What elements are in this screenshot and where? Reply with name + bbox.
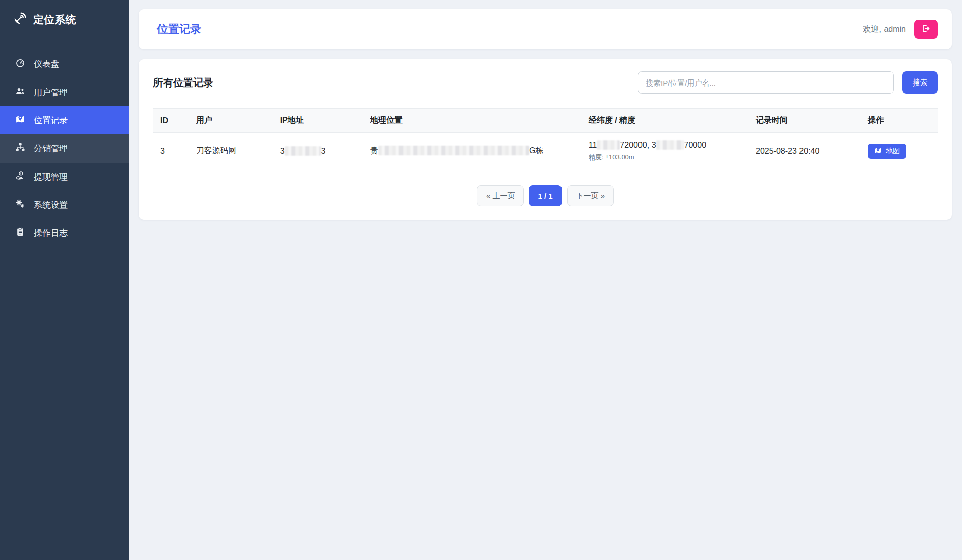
sidebar: 定位系统 仪表盘 bbox=[0, 0, 129, 560]
coords-part: 70000 bbox=[684, 141, 707, 149]
ip-suffix: 3 bbox=[321, 147, 326, 155]
coords-part: 720000, 3 bbox=[620, 141, 656, 149]
cell-ip: 33 bbox=[273, 133, 363, 170]
cell-time: 2025-08-23 20:40 bbox=[749, 133, 861, 170]
records-panel: 所有位置记录 搜索 ID 用户 IP地址 地理位置 bbox=[139, 59, 952, 220]
app-logo: 定位系统 bbox=[0, 0, 129, 39]
topbar-right: 欢迎, admin bbox=[863, 20, 938, 39]
table-row: 3 刀客源码网 33 贵G栋 11720000, 370000 精度: bbox=[153, 133, 938, 170]
cell-user: 刀客源码网 bbox=[189, 133, 273, 170]
prev-page-button[interactable]: « 上一页 bbox=[477, 185, 524, 206]
sidebar-item-withdrawals[interactable]: 提现管理 bbox=[0, 163, 129, 191]
column-header-ip: IP地址 bbox=[273, 109, 363, 133]
sidebar-item-dashboard[interactable]: 仪表盘 bbox=[0, 50, 129, 78]
sidebar-item-label: 系统设置 bbox=[34, 199, 68, 211]
column-header-coords: 经纬度 / 精度 bbox=[582, 109, 749, 133]
search-button[interactable]: 搜索 bbox=[902, 71, 938, 94]
next-page-button[interactable]: 下一页 » bbox=[567, 185, 614, 206]
logout-button[interactable] bbox=[914, 20, 938, 39]
coords-part: 11 bbox=[589, 141, 597, 149]
cell-id: 3 bbox=[153, 133, 189, 170]
pagination: « 上一页 1 / 1 下一页 » bbox=[153, 185, 938, 206]
sidebar-item-label: 分销管理 bbox=[34, 143, 68, 154]
search-input[interactable] bbox=[638, 71, 894, 94]
location-suffix: G栋 bbox=[529, 146, 543, 155]
column-header-time: 记录时间 bbox=[749, 109, 861, 133]
table-body: 3 刀客源码网 33 贵G栋 11720000, 370000 精度: bbox=[153, 133, 938, 170]
map-button-label: 地图 bbox=[886, 147, 900, 156]
table-head: ID 用户 IP地址 地理位置 经纬度 / 精度 记录时间 操作 bbox=[153, 109, 938, 133]
panel-title: 所有位置记录 bbox=[153, 76, 213, 90]
sidebar-item-label: 提现管理 bbox=[34, 171, 68, 183]
welcome-text: 欢迎, admin bbox=[863, 24, 906, 35]
search-form: 搜索 bbox=[638, 71, 938, 94]
topbar: 位置记录 欢迎, admin bbox=[139, 9, 952, 49]
sidebar-item-label: 用户管理 bbox=[34, 87, 68, 98]
hand-dollar-icon bbox=[15, 171, 25, 183]
accuracy-text: 精度: ±103.00m bbox=[589, 153, 742, 162]
column-header-location: 地理位置 bbox=[363, 109, 582, 133]
coords-line: 11720000, 370000 bbox=[589, 140, 742, 150]
redacted-block bbox=[656, 140, 684, 150]
main-content: 位置记录 欢迎, admin 所有位置记录 bbox=[129, 0, 962, 560]
column-header-user: 用户 bbox=[189, 109, 273, 133]
column-header-actions: 操作 bbox=[861, 109, 938, 133]
sidebar-item-logs[interactable]: 操作日志 bbox=[0, 219, 129, 247]
panel-header: 所有位置记录 搜索 bbox=[153, 71, 938, 100]
redacted-block bbox=[378, 146, 529, 155]
cell-actions: 地图 bbox=[861, 133, 938, 170]
redacted-block bbox=[285, 146, 321, 156]
sidebar-item-users[interactable]: 用户管理 bbox=[0, 78, 129, 106]
sidebar-item-distribution[interactable]: 分销管理 bbox=[0, 134, 129, 163]
app-root: 定位系统 仪表盘 bbox=[0, 0, 962, 560]
map-location-icon bbox=[15, 114, 25, 127]
sidebar-item-settings[interactable]: 系统设置 bbox=[0, 191, 129, 219]
cell-coords: 11720000, 370000 精度: ±103.00m bbox=[582, 133, 749, 170]
users-icon bbox=[15, 86, 25, 99]
cell-location: 贵G栋 bbox=[363, 133, 582, 170]
sidebar-item-label: 仪表盘 bbox=[34, 58, 59, 70]
current-page-indicator: 1 / 1 bbox=[529, 185, 562, 206]
map-button[interactable]: 地图 bbox=[868, 144, 906, 159]
satellite-dish-icon bbox=[13, 12, 27, 28]
sidebar-item-location-records[interactable]: 位置记录 bbox=[0, 106, 129, 134]
gears-icon bbox=[15, 199, 25, 211]
sidebar-item-label: 位置记录 bbox=[34, 115, 68, 126]
sidebar-item-label: 操作日志 bbox=[34, 227, 68, 239]
sidebar-menu: 仪表盘 用户管理 bbox=[0, 39, 129, 247]
redacted-block bbox=[597, 140, 620, 150]
sign-out-icon bbox=[921, 24, 931, 35]
gauge-icon bbox=[15, 58, 25, 70]
app-title: 定位系统 bbox=[33, 13, 76, 27]
ip-prefix: 3 bbox=[280, 147, 285, 155]
map-icon bbox=[874, 147, 882, 156]
location-prefix: 贵 bbox=[370, 146, 378, 155]
column-header-id: ID bbox=[153, 109, 189, 133]
sitemap-icon bbox=[15, 142, 25, 155]
records-table: ID 用户 IP地址 地理位置 经纬度 / 精度 记录时间 操作 3 刀客源码网 bbox=[153, 108, 938, 170]
clipboard-icon bbox=[15, 227, 25, 239]
page-title: 位置记录 bbox=[157, 22, 201, 37]
